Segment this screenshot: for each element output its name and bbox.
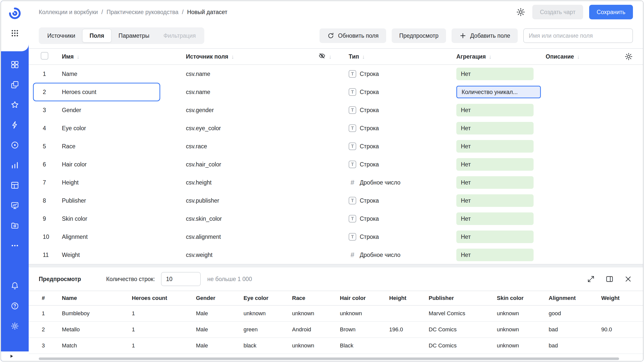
preview-column-header[interactable]: Gender <box>193 295 240 301</box>
gear-icon[interactable] <box>8 319 22 333</box>
field-row[interactable]: 7 Height csv.height #Дробное число Нет <box>29 173 643 192</box>
field-type[interactable]: TСтрока <box>349 233 456 241</box>
field-type[interactable]: TСтрока <box>349 106 456 114</box>
field-type[interactable]: TСтрока <box>349 88 456 96</box>
field-row[interactable]: 2 Heroes count csv.name TСтрока Количест… <box>29 83 643 101</box>
field-source[interactable]: csv.name <box>186 71 318 77</box>
bolt-icon[interactable] <box>8 118 22 132</box>
layers-icon[interactable] <box>8 78 22 92</box>
field-name[interactable]: Skin color <box>62 215 186 222</box>
field-name[interactable]: Heroes count <box>62 89 186 96</box>
bell-icon[interactable] <box>8 279 22 293</box>
field-row[interactable]: 11 Weight csv.weight #Дробное число Нет <box>29 246 643 264</box>
field-row[interactable]: 6 Hair color csv.hair_color TСтрока Нет <box>29 155 643 173</box>
aggregation-select[interactable]: Нет <box>456 122 534 134</box>
preview-rows-input[interactable] <box>161 272 201 286</box>
field-type[interactable]: TСтрока <box>349 124 456 132</box>
field-row[interactable]: 1 Name csv.name TСтрока Нет <box>29 65 643 83</box>
aggregation-select[interactable]: Количество уникал... <box>456 86 541 98</box>
field-type[interactable]: TСтрока <box>349 143 456 150</box>
tab-fields[interactable]: Поля <box>82 29 111 42</box>
field-row[interactable]: 4 Eye color csv.eye_color TСтрока Нет <box>29 119 643 137</box>
preview-column-header[interactable]: Heroes count <box>129 295 193 301</box>
column-header-type[interactable]: Тип <box>349 53 456 60</box>
aggregation-select[interactable]: Нет <box>456 194 534 207</box>
tab-filtration[interactable]: Фильтрация <box>156 29 203 42</box>
preview-column-header[interactable]: Skin color <box>494 295 546 301</box>
field-name[interactable]: Alignment <box>62 234 186 240</box>
field-source[interactable]: csv.hair_color <box>186 161 318 168</box>
tab-sources[interactable]: Источники <box>40 29 82 42</box>
field-name[interactable]: Eye color <box>62 125 186 132</box>
preview-column-header[interactable]: Height <box>386 295 426 301</box>
column-header-hidden[interactable] <box>318 52 349 61</box>
field-type[interactable]: TСтрока <box>349 197 456 204</box>
horizontal-scrollbar[interactable] <box>39 357 637 360</box>
dataset-settings-gear-icon[interactable] <box>515 7 526 18</box>
sort-icon[interactable] <box>359 53 365 60</box>
aggregation-select[interactable]: Нет <box>456 68 534 80</box>
field-row[interactable]: 8 Publisher csv.publisher TСтрока Нет <box>29 192 643 210</box>
field-source[interactable]: csv.gender <box>186 107 318 114</box>
select-all-checkbox[interactable] <box>41 52 48 60</box>
datalens-logo-icon[interactable] <box>8 6 22 21</box>
aggregation-select[interactable]: Нет <box>456 249 534 261</box>
aggregation-select[interactable]: Нет <box>456 176 534 189</box>
close-icon[interactable] <box>623 274 633 284</box>
table-icon[interactable] <box>8 178 22 192</box>
preview-column-header[interactable]: Alignment <box>546 295 598 301</box>
preview-column-header[interactable]: Name <box>59 295 129 301</box>
save-button[interactable]: Сохранить <box>589 5 633 19</box>
sort-icon[interactable] <box>574 53 580 60</box>
field-name[interactable]: Weight <box>62 252 186 258</box>
field-name[interactable]: Gender <box>62 107 186 114</box>
field-name[interactable]: Race <box>62 143 186 150</box>
field-source[interactable]: csv.name <box>186 89 318 96</box>
create-chart-button[interactable]: Создать чарт <box>532 5 583 19</box>
preview-column-header[interactable]: # <box>39 295 59 301</box>
aggregation-select[interactable]: Нет <box>456 212 534 225</box>
tab-parameters[interactable]: Параметры <box>111 29 156 42</box>
field-name[interactable]: Hair color <box>62 161 186 168</box>
refresh-fields-button[interactable]: Обновить поля <box>319 28 386 43</box>
aggregation-select[interactable]: Нет <box>456 104 534 116</box>
field-source[interactable]: csv.eye_color <box>186 125 318 132</box>
preview-column-header[interactable]: Eye color <box>240 295 289 301</box>
preview-column-header[interactable]: Publisher <box>426 295 494 301</box>
aggregation-select[interactable]: Нет <box>456 140 534 153</box>
split-view-icon[interactable] <box>605 274 614 284</box>
chart-icon[interactable] <box>8 158 22 172</box>
field-source[interactable]: csv.alignment <box>186 234 318 240</box>
field-source[interactable]: csv.skin_color <box>186 215 318 222</box>
preview-column-header[interactable]: Hair color <box>337 295 386 301</box>
help-icon[interactable] <box>8 299 22 313</box>
more-icon[interactable] <box>8 239 22 252</box>
column-header-description[interactable]: Описание <box>546 53 619 60</box>
preview-toggle-button[interactable]: Предпросмотр <box>392 28 446 43</box>
field-name[interactable]: Height <box>62 179 186 186</box>
field-source[interactable]: csv.publisher <box>186 197 318 204</box>
preview-column-header[interactable]: Race <box>289 295 337 301</box>
star-icon[interactable] <box>8 98 22 112</box>
field-type[interactable]: TСтрока <box>349 161 456 168</box>
table-settings-gear-icon[interactable] <box>624 52 633 61</box>
column-header-name[interactable]: Имя <box>62 53 186 60</box>
sort-icon[interactable] <box>74 53 79 60</box>
grid-icon[interactable] <box>8 58 22 71</box>
column-header-source[interactable]: Источник поля <box>186 53 318 60</box>
aggregation-select[interactable]: Нет <box>456 231 534 243</box>
sidebar-collapse-button[interactable] <box>1 351 29 361</box>
field-source[interactable]: csv.weight <box>186 252 318 258</box>
preview-column-header[interactable]: Weight <box>598 295 633 301</box>
field-type[interactable]: #Дробное число <box>349 251 456 259</box>
breadcrumb-item[interactable]: Коллекции и воркбуки <box>39 9 98 16</box>
field-row[interactable]: 9 Skin color csv.skin_color TСтрока Нет <box>29 210 643 228</box>
field-type[interactable]: TСтрока <box>349 70 456 78</box>
field-type[interactable]: #Дробное число <box>349 179 456 187</box>
add-field-button[interactable]: Добавить поле <box>452 28 518 43</box>
folder-icon[interactable] <box>8 219 22 232</box>
aggregation-select[interactable]: Нет <box>456 158 534 171</box>
circle-icon[interactable] <box>8 138 22 152</box>
sort-icon[interactable] <box>326 53 332 60</box>
field-row[interactable]: 5 Race csv.race TСтрока Нет <box>29 137 643 155</box>
